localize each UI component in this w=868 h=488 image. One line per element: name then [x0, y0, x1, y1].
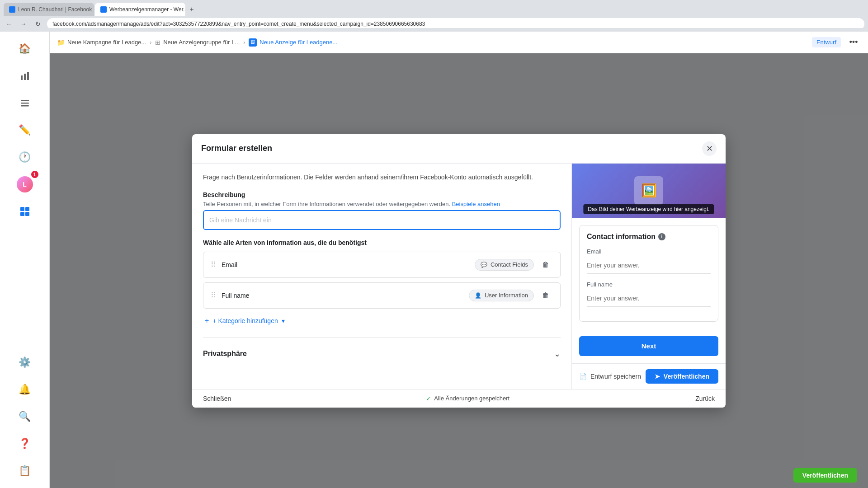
- modal-close-button[interactable]: ✕: [702, 141, 717, 156]
- nav-actions: Entwurf •••: [812, 35, 861, 50]
- preview-email-input[interactable]: [587, 258, 711, 274]
- bottom-publish-area: Veröffentlichen: [793, 468, 857, 483]
- tab-label-2: Werbeanzeigenmanager - Wer...: [109, 6, 185, 13]
- entwurf-speichern-label: Entwurf speichern: [590, 373, 641, 380]
- add-category-chevron: ▾: [282, 317, 285, 324]
- modal-body: Frage nach Benutzerinformationen. Die Fe…: [192, 164, 726, 389]
- contact-info-title: Contact information i: [587, 233, 711, 241]
- svg-rect-4: [21, 103, 29, 104]
- svg-rect-9: [25, 212, 29, 216]
- fullname-delete-button[interactable]: 🗑: [538, 288, 553, 303]
- contact-fields-icon: 💬: [481, 261, 488, 268]
- description-main-text: Teile Personen mit, in welcher Form ihre…: [203, 201, 450, 207]
- svg-rect-1: [24, 74, 26, 80]
- browser-tab-1[interactable]: Leon R. Chaudhari | Facebook ✕: [4, 3, 94, 16]
- description-text: Teile Personen mit, in welcher Form ihre…: [203, 200, 561, 208]
- add-category-button[interactable]: + + Kategorie hinzufügen ▾: [203, 313, 561, 328]
- saved-label: Alle Änderungen gespeichert: [434, 395, 509, 402]
- email-badge-label: Contact Fields: [491, 261, 528, 268]
- modal-dialog: Formular erstellen ✕ Frage nach Benutzer…: [192, 134, 726, 408]
- svg-rect-5: [21, 105, 29, 107]
- breadcrumb-item-2[interactable]: ⊞ Neue Anzeigengruppe für L...: [155, 39, 240, 46]
- description-input[interactable]: [203, 210, 561, 230]
- email-drag-handle[interactable]: ⠿: [211, 260, 216, 269]
- sidebar-item-edit[interactable]: ✏️: [13, 118, 37, 142]
- check-icon: ✓: [426, 395, 431, 402]
- modal-title: Formular erstellen: [201, 144, 272, 153]
- contact-info-title-text: Contact information: [587, 233, 656, 241]
- preview-fullname-group: Full name: [587, 281, 711, 307]
- breadcrumb-label-3: Neue Anzeige für Leadgene...: [259, 39, 337, 46]
- section-divider: [203, 338, 561, 338]
- breadcrumb-icon-3: 🖼: [249, 38, 257, 47]
- sidebar-item-search[interactable]: 🔍: [13, 405, 37, 428]
- breadcrumb-label-1: Neue Kampagne für Leadge...: [67, 39, 146, 46]
- facebook-sidebar: 🏠 ✏️ 🕐 L 1 ⚙️ 🔔 🔍 ❓ 📋: [0, 32, 50, 488]
- svg-rect-6: [20, 207, 24, 211]
- svg-rect-0: [21, 75, 23, 80]
- tab-label-1: Leon R. Chaudhari | Facebook: [18, 6, 92, 13]
- sidebar-item-menu[interactable]: [13, 91, 37, 115]
- save-icon: 📄: [579, 373, 587, 380]
- preview-email-group: Email: [587, 248, 711, 274]
- email-delete-button[interactable]: 🗑: [538, 258, 553, 272]
- svg-rect-8: [20, 212, 24, 216]
- entwurf-speichern-button[interactable]: 📄 Entwurf speichern: [579, 373, 641, 380]
- fullname-drag-handle[interactable]: ⠿: [211, 291, 216, 300]
- bottom-veroffentlichen-button[interactable]: Veröffentlichen: [793, 468, 857, 483]
- notification-badge: 1: [31, 171, 38, 178]
- dialog-overlay: Formular erstellen ✕ Frage nach Benutzer…: [50, 53, 868, 488]
- add-category-icon: +: [205, 317, 209, 325]
- add-category-label: + Kategorie hinzufügen: [212, 317, 278, 324]
- preview-email-label: Email: [587, 248, 711, 255]
- zuruck-button[interactable]: Zurück: [695, 395, 715, 402]
- right-panel-footer: 📄 Entwurf speichern ➤ Veröffentlichen: [572, 363, 726, 389]
- entwurf-badge: Entwurf: [812, 37, 841, 47]
- top-nav: 📁 Neue Kampagne für Leadge... › ⊞ Neue A…: [50, 32, 868, 53]
- sidebar-item-reports[interactable]: 📋: [13, 459, 37, 483]
- sidebar-item-home[interactable]: 🏠: [13, 37, 37, 61]
- svg-rect-3: [21, 100, 29, 101]
- schliessen-button[interactable]: Schließen: [203, 395, 231, 402]
- svg-rect-7: [25, 207, 29, 211]
- preview-tooltip: Das Bild deiner Werbeanzeige wird hier a…: [583, 204, 714, 214]
- modal-footer: Schließen ✓ Alle Änderungen gespeichert …: [192, 389, 726, 408]
- nav-more-button[interactable]: •••: [846, 35, 861, 50]
- sidebar-item-grid[interactable]: [13, 200, 37, 223]
- modal-info-text: Frage nach Benutzerinformationen. Die Fe…: [203, 173, 561, 182]
- email-field-badge[interactable]: 💬 Contact Fields: [475, 259, 534, 271]
- modal-right-panel: 🖼️ Das Bild deiner Werbeanzeige wird hie…: [572, 164, 726, 389]
- fullname-field-row: ⠿ Full name 👤 User Information 🗑: [203, 282, 561, 309]
- modal-left-panel: Frage nach Benutzerinformationen. Die Fe…: [192, 164, 572, 389]
- next-button[interactable]: Next: [579, 336, 718, 356]
- preview-image-placeholder: 🖼️: [634, 176, 663, 205]
- sidebar-item-help[interactable]: ❓: [13, 432, 37, 455]
- preview-fullname-input[interactable]: [587, 291, 711, 307]
- privacy-title: Privatsphäre: [203, 350, 247, 358]
- breadcrumb-label-2: Neue Anzeigengruppe für L...: [163, 39, 240, 46]
- veroffentlichen-button[interactable]: ➤ Veröffentlichen: [646, 369, 718, 384]
- breadcrumb-item-3[interactable]: 🖼 Neue Anzeige für Leadgene...: [249, 38, 337, 47]
- modal-header: Formular erstellen ✕: [192, 134, 726, 164]
- breadcrumb-item-1[interactable]: 📁 Neue Kampagne für Leadge...: [57, 39, 146, 46]
- sidebar-item-chart[interactable]: [13, 64, 37, 88]
- sidebar-item-settings[interactable]: ⚙️: [13, 351, 37, 374]
- browser-chrome: Leon R. Chaudhari | Facebook ✕ Werbeanze…: [0, 0, 868, 32]
- user-info-icon: 👤: [475, 292, 482, 299]
- tab-favicon-1: [9, 6, 15, 13]
- email-field-row: ⠿ Email 💬 Contact Fields 🗑: [203, 252, 561, 278]
- new-tab-button[interactable]: +: [186, 4, 197, 15]
- beispiele-link[interactable]: Beispiele ansehen: [452, 201, 500, 207]
- fullname-field-badge[interactable]: 👤 User Information: [469, 290, 534, 301]
- sidebar-item-bell[interactable]: 🔔: [13, 378, 37, 401]
- browser-tab-2[interactable]: Werbeanzeigenmanager - Wer... ✕: [95, 3, 185, 16]
- sidebar-item-users[interactable]: L 1: [13, 173, 37, 196]
- saved-status: ✓ Alle Änderungen gespeichert: [426, 395, 509, 402]
- folder-icon-1: 📁: [57, 39, 65, 46]
- fullname-badge-label: User Information: [485, 292, 528, 299]
- breadcrumb-sep-2: ›: [243, 39, 245, 46]
- privacy-section[interactable]: Privatsphäre ⌄: [203, 347, 561, 361]
- fullname-field-name: Full name: [222, 292, 469, 299]
- email-field-name: Email: [222, 261, 475, 268]
- sidebar-item-clock[interactable]: 🕐: [13, 145, 37, 169]
